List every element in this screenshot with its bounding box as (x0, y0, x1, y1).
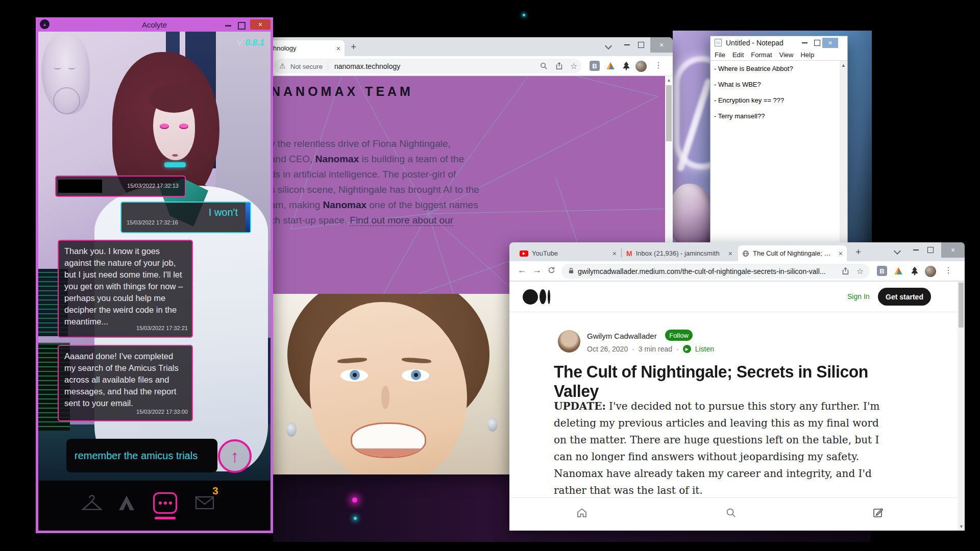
menu-format[interactable]: Format (751, 51, 772, 59)
page-paragraph: y the relentless drive of Fiona Nighting… (270, 136, 479, 228)
listen-button[interactable]: Listen (695, 345, 714, 353)
notepad-close-button[interactable]: × (822, 38, 838, 48)
close-button[interactable]: × (941, 242, 965, 258)
gmail-icon: M (626, 249, 632, 258)
follow-button[interactable]: Follow (665, 330, 693, 341)
browser-menu-icon[interactable]: ⋮ (654, 60, 663, 70)
note-line: - Encryption key == ??? (714, 96, 840, 104)
notepad-icon (715, 39, 722, 46)
browser-menu-icon[interactable]: ⋮ (944, 265, 952, 275)
article-body: UPDATE: I've decided not to pursue this … (554, 398, 895, 499)
tab-strip: YouTube × M Inbox (21,936) - jamincsmith… (509, 242, 965, 261)
chat-message-character: Aaaand done! I've completed my search of… (58, 345, 193, 421)
author-avatar[interactable] (558, 330, 580, 353)
listen-play-icon[interactable]: ▶ (683, 345, 691, 353)
maximize-button[interactable] (924, 242, 937, 258)
extension-colorful-icon[interactable] (605, 61, 616, 71)
extension-b-icon[interactable]: B (590, 61, 600, 71)
article-meta: Oct 26, 2020 · 3 min read · ▶ Listen (587, 345, 714, 353)
menu-edit[interactable]: Edit (732, 51, 744, 59)
menu-help[interactable]: Help (800, 51, 814, 59)
forward-icon[interactable]: → (533, 265, 542, 276)
url-text[interactable]: gwilymcadwallader.medium.com/the-cult-of… (578, 267, 826, 276)
get-started-button[interactable]: Get started (878, 288, 931, 306)
search-icon[interactable] (725, 507, 737, 521)
timestamp: 15/03/2022 17:32:16 (127, 217, 178, 229)
new-tab-button[interactable]: + (351, 41, 356, 53)
chat-input[interactable] (66, 439, 217, 472)
extension-b-icon[interactable]: B (877, 266, 887, 276)
tab-youtube[interactable]: YouTube × (516, 245, 621, 261)
omnibox[interactable]: gwilymcadwallader.medium.com/the-cult-of… (561, 264, 870, 279)
chat-message-character: Thank you. I know it goes against the na… (58, 240, 193, 338)
scroll-down-icon[interactable]: ▼ (959, 524, 964, 529)
mail-tab[interactable] (195, 495, 214, 512)
scroll-up-icon[interactable]: ▲ (841, 63, 846, 68)
tab-close-icon[interactable]: × (336, 45, 340, 52)
notepad-maximize-button[interactable] (814, 40, 820, 46)
maximize-button[interactable] (634, 37, 648, 53)
scroll-up-icon[interactable]: ▲ (667, 78, 671, 83)
profile-avatar[interactable] (635, 61, 647, 72)
globe-icon (742, 250, 749, 257)
paragraph-line: am, making Nanomax one of the biggest na… (270, 197, 479, 213)
tab-close-icon[interactable]: × (612, 250, 617, 257)
omnibox[interactable]: ⚠ Not secure nanomax.technology ☆ (274, 59, 581, 73)
tab-article[interactable]: The Cult of Nightingale; Sec × (738, 245, 847, 261)
new-tab-button[interactable]: + (855, 246, 861, 258)
share-icon[interactable] (841, 267, 850, 278)
menu-file[interactable]: File (715, 51, 725, 59)
notepad-titlebar[interactable]: Untitled - Notepad × (710, 36, 847, 49)
acolyte-maximize-button[interactable] (238, 22, 246, 30)
character-choker (164, 162, 186, 167)
medium-page: Sign In Get started Gwilym Cadwallader F… (509, 282, 965, 531)
tab-close-icon[interactable]: × (728, 250, 732, 257)
send-arrow-icon: ↑ (231, 447, 239, 465)
minimize-button[interactable] (909, 242, 922, 258)
notepad-minimize-button[interactable] (802, 42, 807, 43)
notepad-menubar: File Edit Format View Help (710, 49, 847, 61)
redacted-content (58, 180, 102, 193)
notepad-text-area[interactable]: - Where is Beatrice Abbot? - What is WBE… (710, 61, 840, 246)
notepad-scrollbar[interactable]: ▲ (840, 61, 847, 246)
medium-header: Sign In Get started (509, 282, 958, 312)
menu-view[interactable]: View (779, 51, 794, 59)
page-scrollbar[interactable]: ▼ (958, 282, 965, 531)
url-text[interactable]: nanomax.technology (334, 62, 400, 70)
send-button[interactable]: ↑ (218, 439, 252, 473)
share-icon[interactable] (555, 62, 564, 72)
author-name[interactable]: Gwilym Cadwallader (587, 332, 657, 340)
tab-nanomax[interactable]: hnology × (270, 40, 345, 56)
back-icon[interactable]: ← (518, 265, 526, 276)
profile-avatar[interactable] (925, 266, 936, 277)
medium-logo[interactable] (523, 289, 550, 305)
extension-dark-icon[interactable] (910, 266, 920, 276)
acolyte-game-view: V 0.8.1 15/03/2022 17:32:13 I won't 15/0… (38, 32, 271, 531)
tab-search-chevron-icon[interactable] (895, 248, 900, 254)
zoom-icon[interactable] (540, 62, 548, 72)
home-icon[interactable] (576, 507, 588, 521)
omnibox-divider (328, 62, 328, 70)
extension-dark-icon[interactable] (621, 61, 631, 71)
chat-tab-active[interactable] (153, 492, 177, 514)
close-button[interactable]: × (650, 37, 673, 53)
tab-gmail[interactable]: M Inbox (21,936) - jamincsmith × (622, 245, 737, 261)
paragraph-line: s silicon scene, Nightingale has brought… (270, 182, 479, 197)
bookmark-star-icon[interactable]: ☆ (570, 61, 577, 71)
find-out-more-link[interactable]: Find out more about our (350, 215, 453, 226)
tab-search-chevron-icon[interactable] (606, 43, 611, 48)
write-icon[interactable] (872, 507, 884, 521)
acolyte-logo-tab[interactable] (117, 494, 136, 513)
acolyte-minimize-button[interactable] (225, 25, 231, 27)
tab-close-icon[interactable]: × (839, 250, 843, 257)
read-time: 3 min read (639, 345, 672, 353)
extension-colorful-icon[interactable] (893, 266, 903, 276)
wardrobe-tab[interactable] (81, 495, 103, 514)
minimize-button[interactable] (620, 37, 633, 53)
reload-icon[interactable] (547, 266, 556, 277)
acolyte-titlebar[interactable]: ▲ Acolyte × (36, 17, 273, 32)
sign-in-link[interactable]: Sign In (847, 292, 870, 300)
acolyte-close-button[interactable]: × (250, 19, 271, 30)
tab-label: hnology (273, 44, 333, 52)
bookmark-star-icon[interactable]: ☆ (856, 266, 864, 276)
